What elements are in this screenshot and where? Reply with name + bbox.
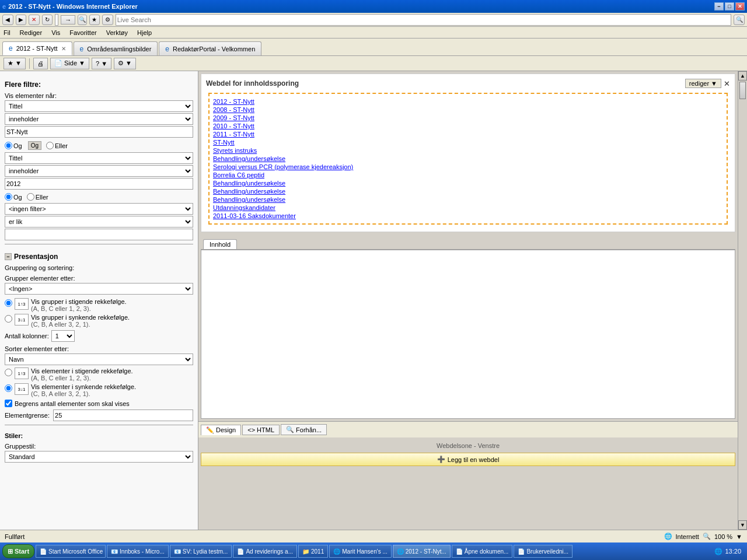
refresh-button[interactable]: ↻ (42, 15, 53, 25)
limit-checkbox[interactable] (5, 400, 12, 407)
tab-close-1[interactable]: ✕ (61, 46, 66, 52)
tab-innhold[interactable]: Innhold (203, 239, 237, 249)
forhan-button[interactable]: 🔍 Forhån... (281, 424, 327, 435)
filter3-value-input[interactable] (5, 229, 193, 240)
tab-omradesamlingsbilder[interactable]: e Områdesamlingsbilder (74, 41, 158, 55)
address-input[interactable] (55, 14, 58, 26)
filter1-field-select[interactable]: Tittel Innhold Forfatter Dato (5, 100, 193, 112)
group-by-label: Grupper elementer etter: (5, 275, 193, 282)
og-button[interactable]: Og (28, 141, 41, 150)
safety-button[interactable]: ? ▼ (92, 58, 111, 69)
search-icon[interactable]: 🔍 (78, 15, 86, 25)
menu-rediger[interactable]: Rediger (20, 29, 43, 36)
content-item-9[interactable]: Borrelia C6 peptid (213, 171, 723, 179)
menu-vis[interactable]: Vis (51, 29, 60, 36)
content-item-4[interactable]: 2011 - ST-Nytt (213, 130, 723, 138)
filter1-og-radio[interactable] (5, 142, 12, 149)
content-item-1[interactable]: 2008 - ST-Nytt (213, 106, 723, 114)
content-item-8[interactable]: Serologi versus PCR (polymerase kjederea… (213, 163, 723, 171)
desc-group-radio[interactable] (5, 315, 12, 323)
scroll-down-button[interactable]: ▼ (738, 520, 747, 530)
filter1-eller-radio-label[interactable]: Eller (46, 142, 68, 149)
scroll-track[interactable] (738, 80, 747, 520)
columns-select[interactable]: 1 2 3 (51, 330, 75, 342)
maximize-button[interactable]: □ (725, 2, 734, 10)
group-by-select[interactable]: <Ingen> Tittel Dato (5, 283, 193, 295)
filter2-eller-radio-label[interactable]: Eller (27, 193, 48, 201)
menu-fil[interactable]: Fil (4, 29, 11, 36)
filter2-og-radio-label[interactable]: Og (5, 193, 22, 201)
presentation-collapse-btn[interactable]: − (5, 253, 12, 260)
tools-button[interactable]: ⚙ ▼ (114, 58, 136, 69)
content-item-5[interactable]: ST-Nytt (213, 138, 723, 146)
asc-group-radio[interactable] (5, 299, 12, 307)
tab-2012-st-nytt[interactable]: e 2012 - ST-Nytt ✕ (2, 41, 72, 55)
menu-favoritter[interactable]: Favoritter (69, 29, 96, 36)
html-icon: <> (247, 426, 255, 433)
group-style-select[interactable]: Standard Enkel (5, 451, 193, 463)
filter2-og-radio[interactable] (5, 193, 12, 201)
content-item-3[interactable]: 2010 - ST-Nytt (213, 122, 723, 130)
toolbar-separator-1 (29, 58, 30, 69)
tab-icon-3: e (165, 45, 169, 53)
desc-sort-radio[interactable] (5, 384, 12, 392)
content-item-0[interactable]: 2012 - ST-Nytt (213, 97, 723, 106)
filter1-eller-radio[interactable] (46, 142, 54, 149)
content-item-7[interactable]: Behandling/undersøkelse (213, 155, 723, 163)
tabs-bar: e 2012 - ST-Nytt ✕ e Områdesamlingsbilde… (0, 38, 747, 56)
tab-redaktorportal[interactable]: e RedaktørPortal - Velkommen (159, 41, 261, 55)
menu-verktoy[interactable]: Verktøy (106, 29, 128, 36)
filter2-eller-radio[interactable] (27, 193, 34, 201)
sort-by-select[interactable]: Navn Tittel Dato opprettet (5, 354, 193, 365)
webdel-close-button[interactable]: ✕ (724, 79, 730, 88)
filter-group-3: <ingen filter> Tittel Innhold er lik inn… (5, 203, 193, 240)
filter3-condition-select[interactable]: er lik inneholder (5, 216, 193, 228)
go-button[interactable]: → (61, 15, 75, 24)
legg-til-button[interactable]: ➕ Legg til en webdel (201, 453, 735, 466)
html-button[interactable]: <> HTML (242, 425, 280, 435)
filter2-condition-select[interactable]: inneholder er lik begynner med (5, 165, 193, 177)
filter1-condition-select[interactable]: inneholder er lik begynner med (5, 113, 193, 125)
tools-icon[interactable]: ⚙ (102, 15, 113, 25)
element-limit-row: Elementgrense: (5, 410, 193, 421)
print-button[interactable]: 🖨 (33, 58, 48, 69)
asc-sort-radio[interactable] (5, 369, 12, 376)
favorites-icon[interactable]: ★ (89, 15, 100, 25)
stop-button[interactable]: ✕ (29, 15, 40, 25)
content-item-10[interactable]: Behandling/undersøkelse (213, 179, 723, 187)
back-button[interactable]: ◀ (2, 15, 13, 25)
content-item-13[interactable]: Utdanningskandidater (213, 204, 723, 212)
legg-til-icon: ➕ (437, 456, 445, 463)
filter1-og-radio-label[interactable]: Og (5, 142, 22, 149)
webdel-header: Webdel for innholdssporing rediger ▼ ✕ (206, 79, 730, 88)
live-search-input[interactable] (116, 14, 732, 26)
menu-hjelp[interactable]: Hjelp (137, 29, 152, 36)
filter2-value-input[interactable] (5, 178, 193, 190)
zoom-label: 100 % (714, 533, 732, 540)
status-text: Fullført (5, 533, 25, 540)
content-list: 2012 - ST-Nytt 2008 - ST-Nytt 2009 - ST-… (208, 93, 728, 225)
innhold-content-area[interactable] (201, 250, 735, 419)
filter1-eller-label: Eller (55, 142, 68, 149)
filter1-value-input[interactable] (5, 126, 193, 138)
filter2-field-select[interactable]: Tittel Innhold Forfatter Dato (5, 152, 193, 164)
element-limit-input[interactable] (53, 410, 193, 421)
scroll-up-button[interactable]: ▲ (738, 71, 747, 80)
forward-button[interactable]: ▶ (16, 15, 27, 25)
minimize-button[interactable]: − (714, 2, 724, 10)
content-item-6[interactable]: Styrets instruks (213, 146, 723, 155)
search-go-button[interactable]: 🔍 (734, 15, 745, 25)
favorites-add-button[interactable]: ★ ▼ (4, 58, 26, 69)
filter3-field-select[interactable]: <ingen filter> Tittel Innhold (5, 203, 193, 215)
page-button[interactable]: 📄 Side ▼ (50, 58, 89, 69)
element-limit-label: Elementgrense: (5, 412, 50, 419)
design-button[interactable]: ✏️ Design (201, 425, 241, 435)
rediger-button[interactable]: rediger ▼ (685, 79, 721, 88)
content-item-12[interactable]: Behandling/undersøkelse (213, 195, 723, 204)
close-button[interactable]: ✕ (735, 2, 745, 10)
content-item-14[interactable]: 2011-03-16 Saksdokumenter (213, 212, 723, 220)
zoom-dropdown[interactable]: ▼ (736, 533, 742, 540)
content-item-2[interactable]: 2009 - ST-Nytt (213, 114, 723, 122)
content-item-11[interactable]: Behandling/undersøkelse (213, 187, 723, 195)
scroll-thumb[interactable] (739, 82, 746, 99)
